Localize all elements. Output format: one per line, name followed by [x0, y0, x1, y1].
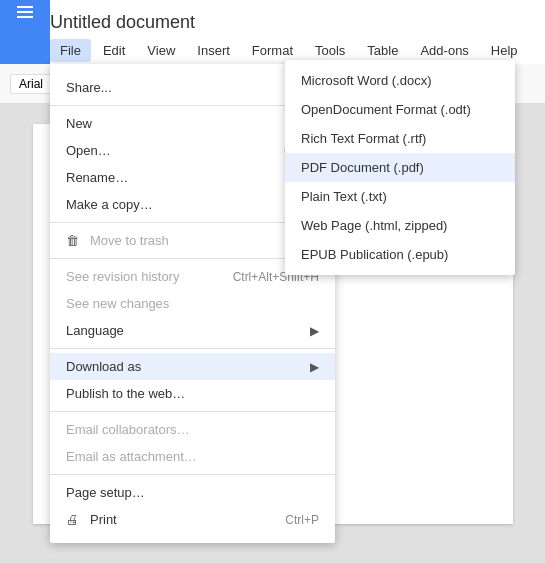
menu-addons[interactable]: Add-ons — [410, 39, 478, 62]
file-menu-email-attachment: Email as attachment… — [50, 443, 335, 470]
download-docx[interactable]: Microsoft Word (.docx) — [285, 66, 515, 95]
file-menu-publish-web[interactable]: Publish to the web… — [50, 380, 335, 407]
file-menu-email-collaborators: Email collaborators… — [50, 416, 335, 443]
file-menu-section-download: Download as ▶ Publish to the web… — [50, 349, 335, 412]
download-pdf[interactable]: PDF Document (.pdf) — [285, 153, 515, 182]
download-txt[interactable]: Plain Text (.txt) — [285, 182, 515, 211]
arrow-right-icon: ▶ — [310, 324, 319, 338]
download-html[interactable]: Web Page (.html, zipped) — [285, 211, 515, 240]
menu-tools[interactable]: Tools — [305, 39, 355, 62]
print-icon: 🖨 — [66, 512, 86, 527]
font-selector[interactable]: Arial — [10, 74, 52, 94]
title-bar: Untitled document — [0, 0, 545, 36]
file-menu-section-print: Page setup… 🖨 Print Ctrl+P — [50, 475, 335, 537]
arrow-right-icon: ▶ — [310, 360, 319, 374]
download-epub[interactable]: EPUB Publication (.epub) — [285, 240, 515, 269]
menu-file[interactable]: File — [50, 39, 91, 62]
menu-edit[interactable]: Edit — [93, 39, 135, 62]
menu-format[interactable]: Format — [242, 39, 303, 62]
file-menu-section-email: Email collaborators… Email as attachment… — [50, 412, 335, 475]
hamburger-icon[interactable] — [17, 6, 33, 18]
google-sidebar — [0, 0, 50, 64]
trash-icon: 🗑 — [66, 233, 86, 248]
menu-help[interactable]: Help — [481, 39, 528, 62]
menu-insert[interactable]: Insert — [187, 39, 240, 62]
document-title: Untitled document — [50, 12, 195, 33]
download-odt[interactable]: OpenDocument Format (.odt) — [285, 95, 515, 124]
file-menu-download-as[interactable]: Download as ▶ — [50, 353, 335, 380]
header: Untitled document File Edit View Insert … — [0, 0, 545, 64]
file-menu-see-new-changes: See new changes — [50, 290, 335, 317]
download-submenu: Microsoft Word (.docx) OpenDocument Form… — [285, 60, 515, 275]
menu-table[interactable]: Table — [357, 39, 408, 62]
file-menu-language[interactable]: Language ▶ — [50, 317, 335, 344]
download-rtf[interactable]: Rich Text Format (.rtf) — [285, 124, 515, 153]
file-menu-page-setup[interactable]: Page setup… — [50, 479, 335, 506]
file-menu-print[interactable]: 🖨 Print Ctrl+P — [50, 506, 335, 533]
menu-view[interactable]: View — [137, 39, 185, 62]
